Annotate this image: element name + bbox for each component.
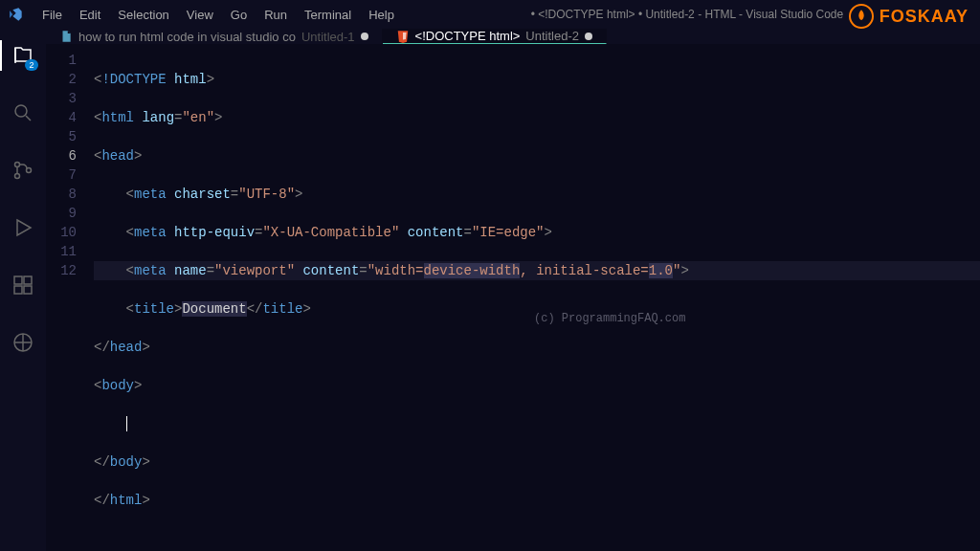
dirty-indicator-icon [361,33,368,40]
tab-label: how to run html code in visual studio co [78,30,296,44]
activity-source-control[interactable] [0,151,46,189]
explorer-badge: 2 [25,59,38,71]
activity-run-debug[interactable] [0,209,46,247]
tab-sub: Untitled-1 [301,30,355,44]
html-icon [396,30,410,43]
watermark-text: (c) ProgrammingFAQ.com [534,309,685,328]
activity-explorer[interactable]: 2 [0,36,46,75]
menu-file[interactable]: File [34,4,70,26]
activity-live-share[interactable] [0,323,46,362]
menu-view[interactable]: View [179,4,221,26]
svg-point-1 [15,163,20,167]
menu-help[interactable]: Help [361,4,402,26]
titlebar: File Edit Selection View Go Run Terminal… [0,0,980,29]
tab-sub: Untitled-2 [525,29,579,43]
brand-icon [849,4,874,29]
activity-extensions[interactable] [0,266,46,304]
menu-go[interactable]: Go [223,4,255,26]
svg-rect-5 [24,276,32,284]
brand-text: FOSKAAY [880,7,969,27]
code-content[interactable]: <!DOCTYPE html> <html lang="en"> <head> … [94,51,980,551]
vscode-icon [8,7,23,22]
editor-area: how to run html code in visual studio co… [46,29,980,551]
menu-selection[interactable]: Selection [110,4,176,26]
text-cursor [126,416,127,431]
tab-untitled-2[interactable]: <!DOCTYPE html> Untitled-2 [383,29,607,44]
svg-point-2 [15,174,20,179]
svg-rect-6 [14,286,22,294]
svg-rect-4 [14,276,22,284]
menu-terminal[interactable]: Terminal [297,4,359,26]
line-gutter: 1 2 3 4 5 6 7 8 9 10 11 12 [46,51,94,551]
dirty-indicator-icon [585,33,592,40]
menu-bar: File Edit Selection View Go Run Terminal… [34,4,402,26]
svg-point-3 [27,168,32,173]
tab-label: <!DOCTYPE html> [415,29,521,43]
menu-edit[interactable]: Edit [72,4,108,26]
svg-point-0 [15,105,27,117]
tab-untitled-1[interactable]: how to run html code in visual studio co… [46,29,383,44]
activity-search[interactable] [0,94,46,132]
file-icon [59,30,73,43]
brand-logo: FOSKAAY [849,4,969,29]
editor-tabs: how to run html code in visual studio co… [46,29,980,45]
menu-run[interactable]: Run [256,4,295,26]
svg-rect-7 [24,286,32,294]
code-editor[interactable]: 1 2 3 4 5 6 7 8 9 10 11 12 <!DOCTYPE htm… [46,45,980,551]
activity-bar: 2 [0,29,46,551]
